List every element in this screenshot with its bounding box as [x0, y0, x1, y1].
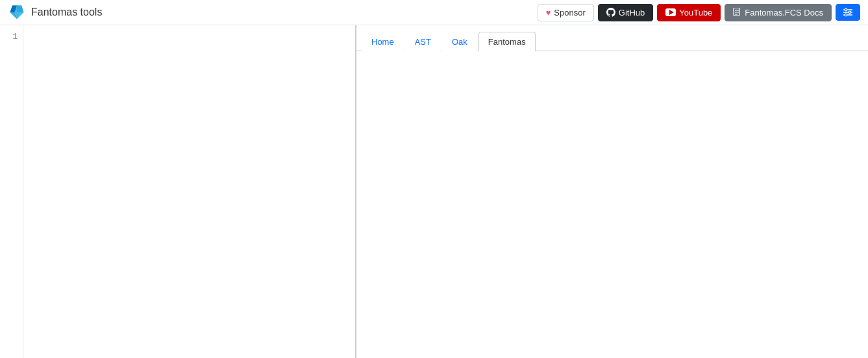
output-panel: Home AST Oak Fantomas — [356, 25, 868, 358]
tabs-bar: Home AST Oak Fantomas — [356, 25, 868, 51]
docs-button[interactable]: Fantomas.FCS Docs — [725, 4, 832, 21]
heart-icon: ♥ — [546, 8, 551, 18]
tab-home[interactable]: Home — [362, 32, 404, 51]
editor-panel: 1 — [0, 25, 356, 358]
line-numbers: 1 — [0, 25, 23, 358]
youtube-button[interactable]: YouTube — [657, 4, 721, 21]
editor-content: 1 — [0, 25, 355, 358]
svg-point-14 — [849, 11, 851, 14]
sponsor-label: Sponsor — [554, 8, 585, 18]
settings-icon — [843, 8, 853, 17]
svg-point-15 — [845, 14, 847, 16]
line-number-1: 1 — [0, 30, 23, 43]
github-button[interactable]: GitHub — [598, 4, 653, 21]
doc-icon — [733, 8, 741, 17]
tab-oak[interactable]: Oak — [442, 32, 477, 51]
sponsor-button[interactable]: ♥ Sponsor — [538, 4, 594, 21]
tab-fantomas[interactable]: Fantomas — [478, 32, 536, 51]
github-icon — [606, 8, 615, 17]
docs-label: Fantomas.FCS Docs — [745, 8, 823, 18]
youtube-icon — [665, 8, 676, 16]
brand-logo-icon — [8, 3, 26, 21]
navbar: Fantomas tools ♥ Sponsor GitHub YouTube — [0, 0, 868, 25]
editor-textarea-wrapper — [23, 25, 355, 358]
code-editor[interactable] — [26, 30, 355, 160]
svg-point-13 — [845, 8, 847, 11]
github-label: GitHub — [619, 8, 645, 18]
navbar-brand: Fantomas tools — [8, 3, 532, 21]
svg-marker-2 — [17, 6, 24, 13]
brand-title: Fantomas tools — [31, 6, 102, 18]
tab-ast[interactable]: AST — [405, 32, 441, 51]
settings-button[interactable] — [836, 4, 860, 21]
navbar-actions: ♥ Sponsor GitHub YouTube — [538, 4, 860, 21]
main-container: 1 Home AST Oak Fantomas — [0, 25, 868, 358]
youtube-label: YouTube — [679, 8, 712, 18]
output-content — [356, 51, 868, 358]
